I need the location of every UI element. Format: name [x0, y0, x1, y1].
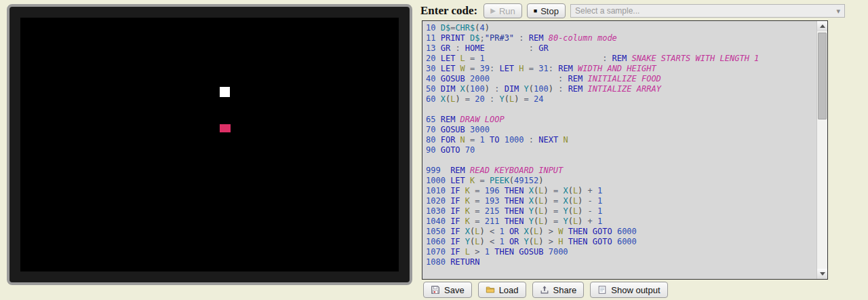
save-label: Save [444, 285, 465, 295]
code-line: 1060 IF Y(L) < 1 OR Y(L) > H THEN GOTO 6… [426, 237, 816, 247]
code-line: 60 X(L) = 20 : Y(L) = 24 [426, 94, 816, 105]
stop-button[interactable]: ■ Stop [527, 3, 566, 18]
scrollbar-thumb[interactable] [818, 33, 827, 119]
code-line: 10 D$=CHR$(4) [426, 23, 816, 33]
code-line: 80 FOR N = 1 TO 1000 : NEXT N [426, 135, 816, 145]
code-line: 65 REM DRAW LOOP [426, 115, 816, 125]
load-button[interactable]: Load [478, 282, 526, 298]
share-icon [540, 285, 549, 295]
code-line [426, 105, 816, 115]
output-window-icon [597, 285, 607, 295]
floppy-icon [431, 285, 440, 295]
arrow-down-icon [820, 272, 825, 276]
chevron-down-icon: ▾ [836, 7, 840, 15]
load-label: Load [499, 285, 519, 295]
run-label: Run [499, 6, 515, 16]
code-line: 1000 LET K = PEEK(49152) [426, 176, 816, 186]
show-output-button[interactable]: Show output [590, 282, 667, 298]
code-lines: 10 D$=CHR$(4)11 PRINT D$;"PR#3" : REM 80… [422, 23, 816, 279]
code-line: 40 GOSUB 2000 : REM INITIALIZE FOOD [426, 74, 816, 84]
save-button[interactable]: Save [423, 282, 472, 298]
code-line: 1070 IF L > 1 THEN GOSUB 7000 [426, 247, 816, 257]
sample-select[interactable]: Select a sample... ▾ [570, 4, 845, 18]
code-line: 1010 IF K = 196 THEN X(L) = X(L) + 1 [426, 186, 816, 196]
code-line: 1050 IF X(L) < 1 OR X(L) > W THEN GOTO 6… [426, 227, 816, 237]
code-line: 1030 IF K = 215 THEN Y(L) = Y(L) - 1 [426, 206, 816, 217]
code-line: 1040 IF K = 211 THEN Y(L) = Y(L) + 1 [426, 217, 816, 227]
code-line: 1999 REM INITIALIZE FOOD [426, 278, 816, 279]
food-block [220, 124, 231, 132]
stop-icon: ■ [534, 8, 537, 14]
code-line: 50 DIM X(100) : DIM Y(100) : REM INTIALI… [426, 84, 816, 94]
code-line: 11 PRINT D$;"PR#3" : REM 80-column mode [426, 33, 816, 43]
game-canvas [20, 18, 399, 271]
code-line: 70 GOSUB 3000 [426, 125, 816, 135]
code-line: 1080 RETURN [426, 257, 816, 267]
apple2-screen [7, 4, 412, 285]
scroll-up-button[interactable] [817, 21, 827, 31]
code-line: 20 LET L = 1 : REM SNAKE STARTS WITH LEN… [426, 54, 816, 64]
sample-select-placeholder: Select a sample... [575, 6, 639, 16]
code-line: 90 GOTO 70 [426, 145, 816, 155]
code-line: 13 GR : HOME : GR [426, 43, 816, 54]
stop-label: Stop [540, 6, 559, 16]
show-output-label: Show output [611, 285, 660, 295]
toolbar: Enter code: ▶ Run ■ Stop Select a sample… [420, 3, 845, 19]
enter-code-label: Enter code: [420, 4, 477, 18]
run-icon: ▶ [490, 7, 496, 14]
share-button[interactable]: Share [532, 282, 585, 298]
snake-block [220, 87, 230, 97]
actions-bar: Save Load Share Show output [423, 282, 668, 298]
arrow-up-icon [820, 24, 825, 28]
code-line: 30 LET W = 39: LET H = 31: REM WIDTH AND… [426, 64, 816, 74]
scroll-down-button[interactable] [817, 269, 827, 279]
share-label: Share [553, 285, 577, 295]
folder-icon [486, 285, 495, 295]
code-line: 999 REM READ KEYBOARD INPUT [426, 166, 816, 176]
code-line: 1020 IF K = 193 THEN X(L) = X(L) - 1 [426, 196, 816, 206]
code-editor[interactable]: 10 D$=CHR$(4)11 PRINT D$;"PR#3" : REM 80… [422, 20, 828, 280]
code-line [426, 155, 816, 166]
editor-scrollbar[interactable] [816, 21, 827, 279]
code-line [426, 267, 816, 278]
run-button[interactable]: ▶ Run [484, 3, 522, 18]
